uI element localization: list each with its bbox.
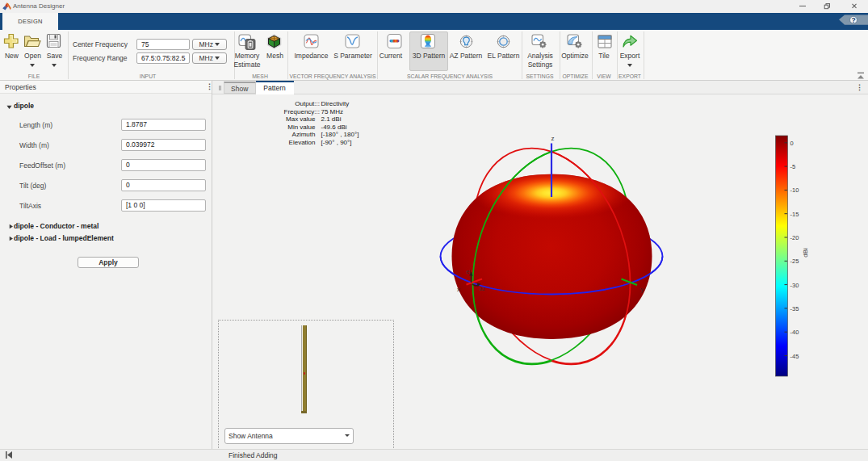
- svg-text:-49.6 dBi: -49.6 dBi: [321, 124, 347, 131]
- svg-text:Frequency:::: Frequency:::: [284, 108, 320, 115]
- svg-text:el: el: [466, 269, 471, 275]
- svg-text:2.1 dBi: 2.1 dBi: [321, 115, 342, 123]
- svg-text:-35: -35: [790, 305, 799, 312]
- svg-text:-30: -30: [790, 282, 799, 289]
- svg-text:?: ?: [851, 16, 855, 24]
- svg-text:-5: -5: [790, 163, 796, 170]
- svg-text:x: x: [457, 286, 460, 293]
- svg-text:Output:::: Output:::: [295, 100, 320, 107]
- svg-text:-45: -45: [790, 353, 799, 360]
- svg-text:Max value: Max value: [286, 115, 316, 123]
- svg-text:Directivity: Directivity: [321, 100, 350, 107]
- svg-text:z: z: [551, 135, 555, 142]
- svg-text:-10: -10: [790, 186, 799, 194]
- svg-text:0: 0: [790, 140, 794, 147]
- svg-text:y: y: [641, 286, 644, 293]
- svg-text:Azimuth: Azimuth: [292, 131, 316, 138]
- svg-text:Elevation: Elevation: [289, 139, 316, 146]
- svg-text:[-90° , 90°]: [-90° , 90°]: [321, 139, 352, 146]
- svg-text:az: az: [479, 286, 485, 291]
- svg-text:[-180° , 180°]: [-180° , 180°]: [321, 131, 359, 138]
- svg-text:dBi: dBi: [802, 248, 809, 258]
- svg-text:Min value: Min value: [287, 124, 316, 131]
- svg-text:-15: -15: [790, 211, 799, 218]
- svg-text:-25: -25: [790, 258, 799, 265]
- svg-text:-40: -40: [790, 329, 799, 336]
- svg-text:75 MHz: 75 MHz: [321, 108, 344, 115]
- svg-text:-20: -20: [790, 234, 799, 241]
